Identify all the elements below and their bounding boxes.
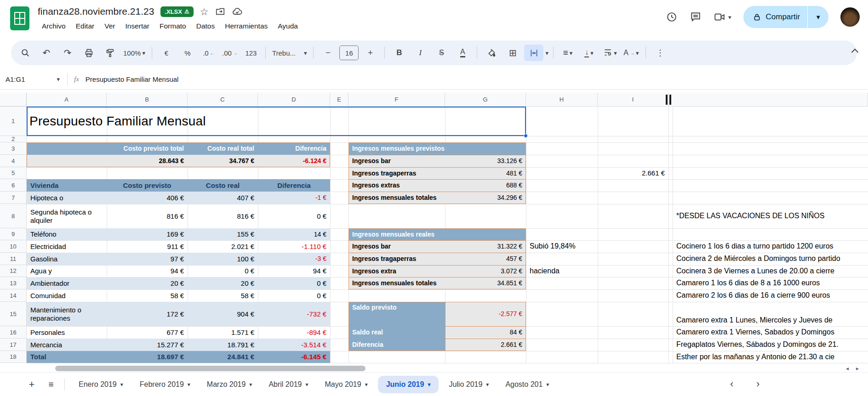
cell-A17[interactable]: Mercancia bbox=[27, 339, 107, 351]
cell-B10[interactable]: 911 € bbox=[107, 240, 188, 253]
cell-C6[interactable]: Costo real bbox=[188, 179, 258, 192]
merge-dropdown-caret[interactable]: ▾ bbox=[545, 50, 548, 57]
cell-J18[interactable]: Esther por las mañanas y Antonio de 21.3… bbox=[673, 351, 868, 363]
tab-dropdown-caret[interactable]: ▾ bbox=[249, 381, 252, 388]
cell-A9[interactable]: Teléfono bbox=[27, 228, 107, 240]
hide-toolbar-chevron[interactable] bbox=[851, 48, 858, 54]
column-header-B[interactable]: B bbox=[107, 93, 188, 107]
scroll-left-arrow[interactable]: ◂ bbox=[846, 365, 852, 371]
star-icon[interactable]: ☆ bbox=[200, 7, 209, 17]
cell-C7[interactable]: 407 € bbox=[188, 192, 258, 204]
cell-D13[interactable]: 0 € bbox=[258, 277, 330, 289]
cell-D15[interactable]: -732 € bbox=[258, 302, 330, 326]
row-header-3[interactable]: 3 bbox=[0, 142, 27, 155]
cell-C12[interactable]: 0 € bbox=[188, 265, 258, 277]
menu-insertar[interactable]: Insertar bbox=[121, 20, 154, 32]
select-all-corner[interactable] bbox=[0, 93, 27, 107]
column-header-A[interactable]: A bbox=[27, 93, 107, 107]
column-header-F[interactable]: F bbox=[348, 93, 445, 107]
menu-formato[interactable]: Formato bbox=[155, 20, 190, 32]
cell-A11[interactable]: Gasolina bbox=[27, 253, 107, 265]
sheet-tab-abril-2019[interactable]: Abril 2019▾ bbox=[260, 373, 316, 396]
cell-B18[interactable]: 18.697 € bbox=[107, 351, 188, 363]
merge-cells-button[interactable] bbox=[524, 45, 543, 61]
menu-herramientas[interactable]: Herramientas bbox=[221, 20, 272, 32]
decrease-decimal-button[interactable]: .0← bbox=[199, 45, 218, 61]
tab-dropdown-caret[interactable]: ▾ bbox=[546, 381, 549, 388]
column-header-C[interactable]: C bbox=[188, 93, 258, 107]
sheets-logo-icon[interactable] bbox=[10, 6, 29, 30]
share-dropdown-caret[interactable]: ▼ bbox=[808, 14, 828, 21]
column-resize-indicator[interactable] bbox=[669, 95, 671, 105]
zoom-select[interactable]: 100%▾ bbox=[121, 45, 147, 61]
borders-button[interactable]: ⊞ bbox=[503, 45, 522, 61]
text-color-button[interactable]: A bbox=[453, 45, 472, 61]
cell-J8[interactable]: *DESDE LAS VACACIONES DE LOS NIÑOS bbox=[673, 204, 868, 228]
tabs-scroll-right[interactable]: › bbox=[756, 372, 760, 396]
text-wrap-button[interactable]: ▾ bbox=[600, 45, 620, 61]
row-header-15[interactable]: 15 bbox=[0, 302, 27, 326]
cell-D16[interactable]: -894 € bbox=[258, 326, 330, 339]
cell-A13[interactable]: Ambientador bbox=[27, 277, 107, 289]
horizontal-align-button[interactable]: ≡▾ bbox=[558, 45, 577, 61]
cell-D18[interactable]: -6.145 € bbox=[258, 351, 330, 363]
row-header-8[interactable]: 8 bbox=[0, 204, 27, 228]
percent-format-button[interactable]: % bbox=[178, 45, 197, 61]
cell-C18[interactable]: 24.841 € bbox=[188, 351, 258, 363]
number-format-button[interactable]: 123 bbox=[241, 45, 261, 61]
row-header-7[interactable]: 7 bbox=[0, 192, 27, 204]
row-header-4[interactable]: 4 bbox=[0, 155, 27, 167]
cell-B6[interactable]: Costo previsto bbox=[107, 179, 188, 192]
cell-D12[interactable]: 94 € bbox=[258, 265, 330, 277]
cell-A8[interactable]: Segunda hipoteca o alquiler bbox=[27, 204, 107, 228]
cell-A16[interactable]: Personales bbox=[27, 326, 107, 339]
menu-ayuda[interactable]: Ayuda bbox=[274, 20, 302, 32]
cell-D8[interactable]: 0 € bbox=[258, 204, 330, 228]
currency-format-button[interactable]: € bbox=[157, 45, 176, 61]
sheet-tab-marzo-2019[interactable]: Marzo 2019▾ bbox=[199, 373, 261, 396]
column-header-H[interactable]: H bbox=[526, 93, 598, 107]
row-header-9[interactable]: 9 bbox=[0, 228, 27, 240]
cell-A15[interactable]: Mantenimiento o reparaciones bbox=[27, 302, 107, 326]
cell-I5[interactable]: 2.661 € bbox=[598, 167, 668, 179]
row-header-1[interactable]: 1 bbox=[0, 107, 27, 136]
scroll-right-arrow[interactable]: ▸ bbox=[856, 365, 862, 371]
cell-C13[interactable]: 20 € bbox=[188, 277, 258, 289]
cell-A14[interactable]: Comunidad bbox=[27, 289, 107, 302]
cell-C10[interactable]: 2.021 € bbox=[188, 240, 258, 253]
row-header-12[interactable]: 12 bbox=[0, 265, 27, 277]
cell-D17[interactable]: -3.514 € bbox=[258, 339, 330, 351]
row-header-11[interactable]: 11 bbox=[0, 253, 27, 265]
cell-B9[interactable]: 169 € bbox=[107, 228, 188, 240]
formula-input[interactable]: Presupuesto Familiar Mensual bbox=[86, 75, 179, 83]
text-rotation-button[interactable]: A→▾ bbox=[622, 45, 641, 61]
paint-format-button[interactable] bbox=[100, 45, 120, 61]
share-button[interactable]: Compartir ▼ bbox=[743, 6, 829, 28]
cell-J15[interactable]: Camarero extra 1 Lunes, Miercoles y Juev… bbox=[673, 302, 868, 326]
more-tools-button[interactable]: ⋮ bbox=[651, 45, 670, 61]
sheet-tab-mayo-2019[interactable]: Mayo 2019▾ bbox=[316, 373, 376, 396]
document-title[interactable]: finanza28.noviembre.21.23 bbox=[38, 6, 154, 17]
bold-button[interactable]: B bbox=[389, 45, 409, 61]
search-menus-button[interactable] bbox=[16, 45, 35, 61]
cell-B12[interactable]: 94 € bbox=[107, 265, 188, 277]
cell-B7[interactable]: 406 € bbox=[107, 192, 188, 204]
cell-A10[interactable]: Electricidad bbox=[27, 240, 107, 253]
row-header-6[interactable]: 6 bbox=[0, 179, 27, 192]
horizontal-scrollbar-thumb[interactable] bbox=[55, 366, 365, 371]
row-header-14[interactable]: 14 bbox=[0, 289, 27, 302]
cell-A12[interactable]: Agua y bbox=[27, 265, 107, 277]
cell-J17[interactable]: Fregaplatos Viernes, Sábados y Domingos … bbox=[673, 339, 868, 351]
cell-H10[interactable]: Subió 19,84% bbox=[526, 240, 598, 253]
row-header-18[interactable]: 18 bbox=[0, 351, 27, 363]
cell-A7[interactable]: Hipoteca o bbox=[27, 192, 107, 204]
cell-C16[interactable]: 1.571 € bbox=[188, 326, 258, 339]
cell-C17[interactable]: 18.791 € bbox=[188, 339, 258, 351]
cell-D11[interactable]: -3 € bbox=[258, 253, 330, 265]
sheet-tab-febrero-2019[interactable]: Febrero 2019▾ bbox=[131, 373, 199, 396]
undo-button[interactable]: ↶ bbox=[37, 45, 56, 61]
add-sheet-button[interactable]: + bbox=[24, 377, 40, 392]
move-folder-icon[interactable] bbox=[215, 6, 225, 17]
cell-B11[interactable]: 97 € bbox=[107, 253, 188, 265]
cell-C15[interactable]: 904 € bbox=[188, 302, 258, 326]
